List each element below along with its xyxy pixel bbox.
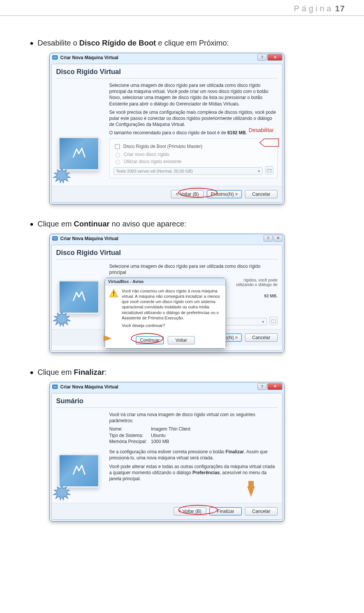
dialog-paragraph: Selecione uma imagem de disco rígido par… — [109, 82, 278, 107]
bullet-icon — [30, 223, 33, 226]
bullet-step-1: Desabilite o Disco Rígido de Boot e cliq… — [30, 39, 334, 47]
cancel-button[interactable]: Cancelar — [245, 190, 278, 198]
close-icon[interactable]: ✕ — [273, 235, 282, 242]
help-icon[interactable]: ? — [264, 235, 273, 242]
disk-combo: Teste 2003 server.vdi (Normal, 20,00 GB) — [113, 167, 263, 175]
virtualbox-icon — [52, 236, 58, 242]
svg-rect-3 — [267, 169, 271, 172]
annotation-arrow-icon — [104, 335, 112, 341]
back-button[interactable]: < Voltar (B) — [174, 507, 206, 516]
dialog-title: Criar Nova Máquina Virtual — [60, 55, 118, 60]
svg-rect-8 — [271, 320, 276, 323]
dialog-hard-disk-warning: ? ✕ Criar Nova Máquina Virtual Disco Ríg… — [49, 234, 284, 353]
summary-params: Nome:Imagem Thin Client Tipo de Sistema:… — [109, 426, 278, 445]
alert-dialog: VirtualBox - Aviso Você não conectou um … — [105, 278, 226, 349]
dialog-summary: ? ✕ Criar Nova Máquina Virtual Sumário — [49, 382, 284, 522]
dialog-sidebar-image — [56, 82, 105, 182]
alert-title: VirtualBox - Aviso — [105, 278, 226, 285]
dialog-title: Criar Nova Máquina Virtual — [60, 236, 118, 241]
bullet-icon — [30, 371, 33, 374]
alert-message: Você não conectou um disco rígido à nova… — [122, 288, 222, 321]
svg-marker-14 — [53, 486, 70, 500]
svg-rect-10 — [113, 291, 114, 294]
help-icon[interactable]: ? — [257, 383, 267, 390]
back-button[interactable]: < Voltar (B) — [171, 190, 204, 198]
svg-marker-2 — [53, 168, 70, 183]
page-number: 17 — [335, 4, 345, 14]
svg-rect-6 — [53, 237, 57, 240]
warning-icon — [109, 288, 119, 298]
dialog-heading: Disco Rígido Virtual — [56, 68, 278, 79]
bullet-icon — [30, 42, 33, 45]
dialog-sidebar-image — [56, 412, 105, 500]
dialog-paragraph: Você pode alterar estas e todas as outra… — [109, 464, 278, 482]
help-icon[interactable]: ? — [257, 54, 267, 61]
alert-question: Você deseja continuar? — [122, 323, 222, 328]
bullet-step-3: Clique em Finalizar: — [30, 368, 334, 377]
close-icon[interactable]: ✕ — [267, 54, 282, 61]
dialog-heading: Disco Rígido Virtual — [56, 249, 278, 259]
cancel-button[interactable]: Cancelar — [245, 507, 278, 516]
svg-marker-7 — [53, 312, 70, 326]
next-button[interactable]: Próximo(N) > — [207, 190, 242, 198]
virtualbox-icon — [52, 55, 58, 61]
bullet-step-2: Clique em Continuar no aviso que aparece… — [30, 220, 334, 228]
dialog-paragraph: Se você precisa de uma configuração mais… — [109, 109, 278, 128]
svg-rect-13 — [53, 385, 57, 388]
annotation-arrow-icon — [247, 486, 255, 497]
continue-button[interactable]: Continuar — [136, 336, 164, 344]
radio-use-existing: Utilizar disco rígido existente — [113, 159, 273, 165]
page-header: Página 17 — [0, 0, 364, 16]
virtualbox-icon — [52, 384, 58, 390]
dialog-paragraph: Você irá criar uma nova imagem de disco … — [109, 412, 278, 424]
dialog-sidebar-image — [56, 263, 105, 325]
dialog-hard-disk: ? ✕ Criar Nova Máquina Virtual Disco Ríg… — [49, 53, 284, 204]
cancel-button[interactable]: Cancelar — [245, 333, 278, 342]
annotation-label: Desabilitar — [249, 127, 274, 133]
checkbox-boot-disk[interactable]: Disco Rígido de Boot (Primário Master) — [113, 143, 273, 150]
dialog-heading: Sumário — [56, 397, 278, 408]
close-icon[interactable]: ✕ — [267, 383, 282, 390]
dialog-paragraph: Se a configuração cima estiver correta p… — [109, 449, 278, 461]
dialog-title: Criar Nova Máquina Virtual — [60, 384, 118, 390]
page-label: Página — [294, 4, 334, 14]
svg-rect-11 — [113, 295, 114, 296]
browse-icon — [265, 166, 273, 174]
svg-rect-1 — [53, 56, 57, 59]
radio-create-new: Criar novo disco rígido — [113, 151, 273, 157]
dialog-paragraph: Selecione uma imagem de disco rígido par… — [109, 263, 278, 275]
back-button[interactable]: Voltar — [168, 336, 195, 344]
browse-icon — [269, 317, 278, 325]
finish-button[interactable]: Finalizar — [209, 507, 242, 516]
